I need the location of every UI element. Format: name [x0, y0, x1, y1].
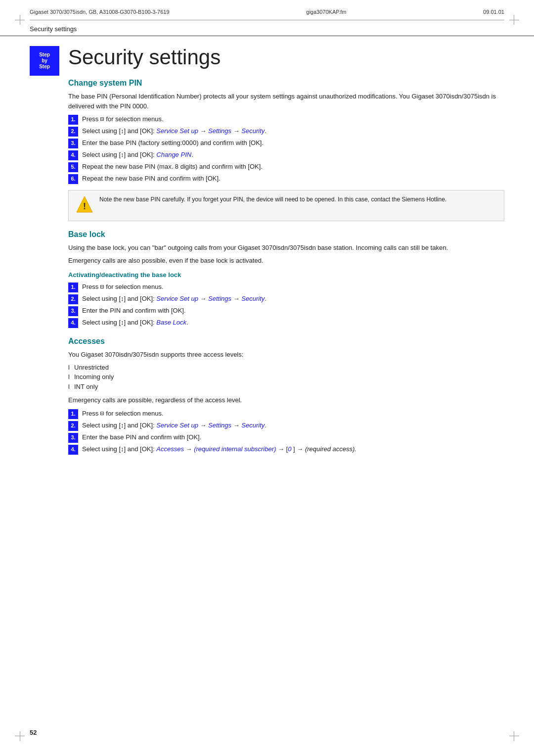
- accesses-para: Emergency calls are possible, regardless…: [68, 395, 504, 405]
- change-system-pin-steps: 1. Press ⊟ for selection menus. 2. Selec…: [68, 115, 504, 184]
- corner-mark-h-top-left: [15, 20, 25, 20]
- section-title-bar: Security settings: [0, 20, 534, 36]
- accesses-step-2: 2. Select using [↕] and [OK]: Service Se…: [68, 421, 504, 431]
- big-heading: Security settings: [68, 46, 504, 69]
- base-lock-sub-heading: Activating/deactivating the base lock: [68, 271, 504, 279]
- step-6: 6. Repeat the new base PIN and confirm w…: [68, 174, 504, 184]
- base-lock-step-3: 3. Enter the PIN and confirm with [OK].: [68, 306, 504, 316]
- base-lock-step-1: 1. Press ⊟ for selection menus.: [68, 283, 504, 292]
- step-2: 2. Select using [↕] and [OK]: Service Se…: [68, 127, 504, 137]
- corner-mark-h-bottom-left: [15, 736, 25, 736]
- warning-box: ! Note the new base PIN carefully. If yo…: [68, 190, 504, 221]
- step-text-4: Select using [↕] and [OK]: Change PIN.: [82, 150, 193, 159]
- accesses-step-3: 3. Enter the base PIN and confirm with […: [68, 433, 504, 443]
- base-lock-step-number-4: 4.: [68, 318, 78, 328]
- change-system-pin-heading: Change system PIN: [68, 79, 504, 88]
- step-by-step-side: Step by Step: [30, 46, 58, 459]
- base-lock-step-number-1: 1.: [68, 283, 78, 292]
- step-number-4: 4.: [68, 150, 78, 160]
- accesses-section: Accesses You Gigaset 3070isdn/3075isdn s…: [68, 337, 504, 455]
- main-content: Step by Step Security settings Change sy…: [0, 36, 534, 478]
- accesses-step-4: 4. Select using [↕] and [OK]: Accesses →…: [68, 445, 504, 455]
- step-text-1: Press ⊟ for selection menus.: [82, 115, 164, 124]
- step-number-2: 2.: [68, 127, 78, 137]
- corner-mark-bottom-right: [514, 731, 514, 741]
- access-level-2: Incoming only: [68, 372, 504, 382]
- warning-icon: !: [76, 195, 93, 216]
- step-text-6: Repeat the new base PIN and confirm with…: [82, 174, 221, 183]
- accesses-step-text-1: Press ⊟ for selection menus.: [82, 409, 164, 418]
- content-right: Security settings Change system PIN The …: [68, 46, 504, 459]
- header-left: Gigaset 3070/3075isdn, GB, A31008-G3070-…: [30, 9, 170, 15]
- accesses-step-text-4: Select using [↕] and [OK]: Accesses → (r…: [82, 445, 356, 454]
- step-number-3: 3.: [68, 139, 78, 148]
- accesses-heading: Accesses: [68, 337, 504, 346]
- warning-text: Note the new base PIN carefully. If you …: [99, 195, 446, 204]
- accesses-step-number-3: 3.: [68, 433, 78, 443]
- base-lock-steps: 1. Press ⊟ for selection menus. 2. Selec…: [68, 283, 504, 328]
- accesses-intro: You Gigaset 3070isdn/3075isdn supports t…: [68, 350, 504, 360]
- step-number-1: 1.: [68, 115, 78, 125]
- base-lock-para1: Using the base lock, you can "bar" outgo…: [68, 243, 504, 253]
- step-number-6: 6.: [68, 174, 78, 184]
- accesses-step-number-2: 2.: [68, 421, 78, 431]
- change-system-pin-section: Change system PIN The base PIN (Personal…: [68, 79, 504, 221]
- step-text-3: Enter the base PIN (factory setting:0000…: [82, 139, 264, 147]
- accesses-step-text-3: Enter the base PIN and confirm with [OK]…: [82, 433, 201, 442]
- page-container: Gigaset 3070/3075isdn, GB, A31008-G3070-…: [0, 0, 534, 756]
- step-label-3: Step: [39, 64, 50, 70]
- step-by-step-box: Step by Step: [30, 46, 59, 76]
- corner-mark-h-bottom-right: [509, 736, 519, 736]
- accesses-step-number-4: 4.: [68, 445, 78, 455]
- access-level-3: INT only: [68, 382, 504, 392]
- base-lock-step-text-2: Select using [↕] and [OK]: Service Set u…: [82, 294, 267, 303]
- base-lock-step-text-4: Select using [↕] and [OK]: Base Lock.: [82, 318, 188, 327]
- svg-text:!: !: [83, 201, 86, 211]
- step-label-2: by: [42, 58, 47, 64]
- base-lock-step-number-2: 2.: [68, 294, 78, 304]
- step-3: 3. Enter the base PIN (factory setting:0…: [68, 139, 504, 148]
- step-text-2: Select using [↕] and [OK]: Service Set u…: [82, 127, 267, 136]
- accesses-levels: Unrestricted Incoming only INT only: [68, 363, 504, 392]
- base-lock-step-4: 4. Select using [↕] and [OK]: Base Lock.: [68, 318, 504, 328]
- corner-mark-bottom-left: [20, 731, 20, 741]
- step-number-5: 5.: [68, 162, 78, 172]
- base-lock-step-text-1: Press ⊟ for selection menus.: [82, 283, 164, 291]
- accesses-steps: 1. Press ⊟ for selection menus. 2. Selec…: [68, 409, 504, 455]
- step-5: 5. Repeat the new base PIN (max. 8 digit…: [68, 162, 504, 172]
- section-title: Security settings: [30, 25, 77, 33]
- step-text-5: Repeat the new base PIN (max. 8 digits) …: [82, 162, 263, 171]
- access-level-1: Unrestricted: [68, 363, 504, 373]
- change-system-pin-intro: The base PIN (Personal Identification Nu…: [68, 92, 504, 111]
- step-1: 1. Press ⊟ for selection menus.: [68, 115, 504, 125]
- header-bar: Gigaset 3070/3075isdn, GB, A31008-G3070-…: [0, 0, 534, 19]
- corner-mark-h-top-right: [509, 20, 519, 20]
- page-number: 52: [30, 729, 37, 736]
- base-lock-step-text-3: Enter the PIN and confirm with [OK].: [82, 306, 186, 315]
- step-4: 4. Select using [↕] and [OK]: Change PIN…: [68, 150, 504, 160]
- accesses-step-number-1: 1.: [68, 409, 78, 419]
- base-lock-section: Base lock Using the base lock, you can "…: [68, 230, 504, 328]
- step-label-1: Step: [39, 52, 50, 58]
- base-lock-heading: Base lock: [68, 230, 504, 239]
- accesses-step-text-2: Select using [↕] and [OK]: Service Set u…: [82, 421, 267, 430]
- header-center: giga3070KAP.fm: [306, 9, 346, 15]
- base-lock-step-2: 2. Select using [↕] and [OK]: Service Se…: [68, 294, 504, 304]
- base-lock-step-number-3: 3.: [68, 306, 78, 316]
- accesses-step-1: 1. Press ⊟ for selection menus.: [68, 409, 504, 419]
- base-lock-para2: Emergency calls are also possible, even …: [68, 256, 504, 266]
- header-right: 09.01.01: [483, 9, 504, 15]
